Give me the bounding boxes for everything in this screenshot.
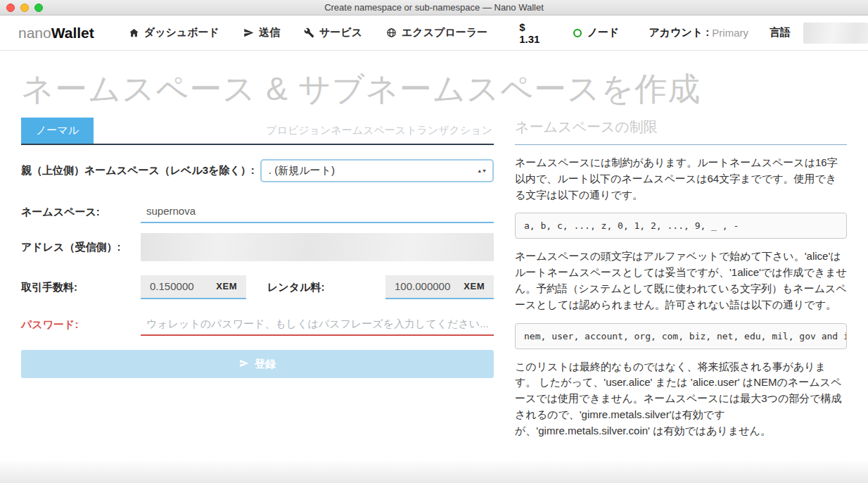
parent-namespace-label: 親（上位側）ネームスペース（レベル3を除く）: — [21, 164, 255, 177]
fee-value: 0.150000 — [150, 280, 194, 292]
xem-price: $ 1.31 — [504, 15, 555, 50]
rental-fee-input[interactable]: 100.000000 XEM — [385, 275, 494, 299]
page-bottom-fade — [0, 459, 868, 483]
nav-item-label: エクスプローラー — [402, 26, 487, 39]
select-arrows-icon: ▲▼ — [477, 169, 487, 173]
globe-icon — [386, 27, 397, 38]
allowed-characters-code: a, b, c, ..., z, 0, 1, 2, ..., 9, _ , - — [515, 213, 847, 239]
submit-button[interactable]: 登録 — [21, 350, 494, 378]
info-panel-title: ネームスペースの制限 — [515, 118, 847, 145]
tabbar: ノーマル プロビジョンネームスペーストランザクション — [21, 118, 494, 145]
language-select-redacted[interactable] — [803, 15, 868, 50]
nav-item-label: ダッシュボード — [144, 26, 219, 39]
nav-item-explorer[interactable]: エクスプローラー — [374, 15, 499, 50]
rental-fee-unit: XEM — [464, 281, 485, 291]
info-paragraph-2: ネームスペースの頭文字はアルファベットで始めて下さい。'alice'はルートネー… — [515, 249, 847, 313]
address-redacted — [141, 233, 494, 261]
info-paragraph-1: ネームスペースには制約があります。ルートネームスペースは16字以内で、ルート以下… — [515, 155, 847, 203]
fee-label: 取引手数料: — [21, 281, 141, 294]
window-titlebar: Create namespace or sub-namespace — Nano… — [0, 0, 868, 15]
brand-suffix: Wallet — [51, 25, 94, 42]
brand-prefix: nano — [18, 25, 51, 42]
language-label: 言語 — [762, 15, 803, 50]
rental-fee-value: 100.000000 — [395, 280, 450, 292]
fee-unit: XEM — [216, 281, 237, 291]
tab-normal[interactable]: ノーマル — [21, 118, 94, 144]
send-icon — [243, 27, 254, 38]
navbar: nanoWallet ダッシュボード 送信 サービス — [0, 15, 868, 51]
node-status-icon — [573, 29, 582, 37]
nav-item-label: 送信 — [259, 26, 280, 39]
wrench-icon — [304, 27, 314, 38]
account-value: Primary — [712, 27, 748, 39]
nav-item-send[interactable]: 送信 — [231, 15, 292, 50]
nav-item-services[interactable]: サービス — [292, 15, 374, 50]
submit-label: 登録 — [255, 358, 276, 371]
password-input[interactable] — [141, 313, 494, 336]
send-icon — [239, 358, 249, 370]
account-label: アカウント : — [649, 26, 709, 39]
fee-input[interactable]: 0.150000 XEM — [141, 275, 246, 299]
node-status[interactable]: ノード — [558, 15, 635, 50]
window-title: Create namespace or sub-namespace — Nano… — [0, 2, 868, 13]
password-label: パスワード: — [21, 318, 141, 332]
namespace-form: ノーマル プロビジョンネームスペーストランザクション 親（上位側）ネームスペース… — [21, 118, 494, 439]
address-label: アドレス（受信側）: — [21, 241, 141, 254]
reserved-words-code: nem, user, account, org, com, biz, net, … — [515, 323, 847, 349]
tab-provision-namespace[interactable]: プロビジョンネームスペーストランザクション — [264, 118, 494, 144]
rental-fee-label: レンタル料: — [267, 281, 385, 294]
account-menu[interactable]: アカウント : Primary — [634, 15, 762, 50]
parent-namespace-select[interactable]: . (新規ルート) ▲▼ — [260, 159, 494, 182]
info-panel: ネームスペースの制限 ネームスペースには制約があります。ルートネームスペースは1… — [515, 118, 847, 439]
info-paragraph-3: このリストは最終的なものではなく、将来拡張される事があります。 したがって、'u… — [515, 359, 847, 439]
parent-namespace-value: . (新規ルート) — [269, 164, 477, 177]
page-title: ネームスペース & サブネームスペースを作成 — [21, 69, 789, 109]
node-label: ノード — [587, 26, 620, 39]
namespace-label: ネームスペース: — [21, 206, 141, 219]
namespace-input[interactable] — [141, 201, 494, 223]
brand-logo[interactable]: nanoWallet — [0, 15, 113, 50]
nav-item-dashboard[interactable]: ダッシュボード — [117, 15, 231, 50]
nav-item-label: サービス — [319, 26, 362, 39]
home-icon — [129, 27, 139, 38]
